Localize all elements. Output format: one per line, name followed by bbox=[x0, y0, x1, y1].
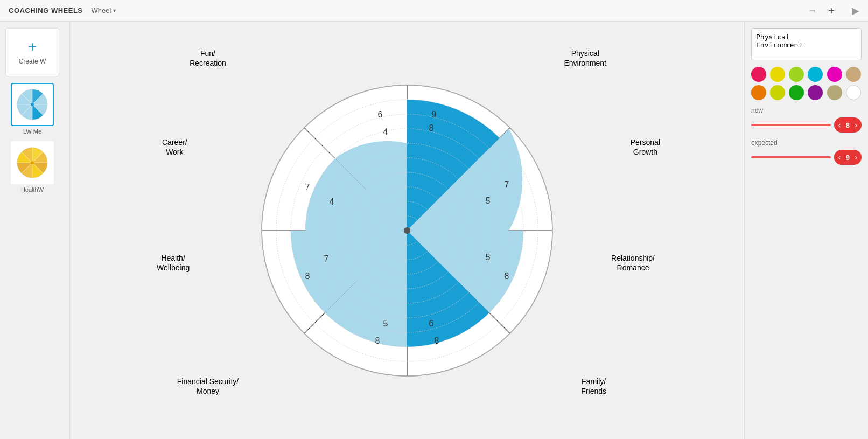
sidebar-item-lw-me[interactable]: LW Me bbox=[5, 83, 59, 135]
segment-7-now-value: 6 bbox=[378, 110, 383, 119]
segment-name-input[interactable]: Physical Environment bbox=[751, 28, 862, 60]
wheel-thumb-health[interactable] bbox=[11, 141, 54, 184]
expected-value: 9 bbox=[844, 154, 851, 162]
color-swatch-lime-yellow[interactable] bbox=[770, 85, 785, 100]
label-relationship: Relationship/Romance bbox=[611, 253, 655, 273]
zoom-in-button[interactable]: + bbox=[828, 5, 835, 16]
expected-slider-row: ‹ 9 › bbox=[751, 150, 862, 165]
segment-2-exp-value: 5 bbox=[486, 253, 491, 262]
color-swatch-yellow-green[interactable] bbox=[789, 67, 804, 82]
label-physical-environment: PhysicalEnvironment bbox=[564, 48, 606, 68]
expected-decrement-button[interactable]: ‹ bbox=[837, 154, 842, 161]
now-slider-track[interactable] bbox=[751, 124, 831, 126]
expected-slider-track[interactable] bbox=[751, 156, 831, 158]
label-personal-growth: PersonalGrowth bbox=[631, 137, 660, 157]
wheel-label-2: HealthW bbox=[21, 186, 44, 193]
color-swatch-tan[interactable] bbox=[846, 67, 861, 82]
now-label: now bbox=[751, 107, 862, 114]
segment-7-exp-value: 4 bbox=[383, 127, 388, 136]
now-increment-button[interactable]: › bbox=[853, 121, 858, 129]
wheel-menu[interactable]: Wheel ▾ bbox=[92, 6, 116, 15]
color-swatch-khaki[interactable] bbox=[827, 85, 842, 100]
right-panel: Physical Environment now ‹ 8 › bbox=[744, 22, 868, 439]
wheel-menu-label: Wheel bbox=[92, 6, 111, 15]
now-value: 8 bbox=[844, 121, 851, 129]
expected-label: expected bbox=[751, 139, 862, 147]
label-financial: Financial Security/Money bbox=[177, 377, 239, 396]
send-button[interactable]: ▶ bbox=[852, 5, 859, 17]
expected-increment-button[interactable]: › bbox=[853, 154, 858, 161]
color-swatch-magenta[interactable] bbox=[827, 67, 842, 82]
sidebar: + Create W bbox=[0, 22, 70, 439]
segment-2-now-value: 8 bbox=[505, 271, 509, 281]
label-health: Health/Wellbeing bbox=[157, 253, 190, 273]
color-swatch-purple[interactable] bbox=[808, 85, 823, 100]
label-career: Career/Work bbox=[162, 137, 187, 157]
segment-3-exp-value: 6 bbox=[429, 319, 434, 328]
segment-4-now-value: 8 bbox=[375, 336, 380, 345]
segment-6-now-value: 7 bbox=[305, 183, 310, 192]
wheel-thumb-lw-me[interactable] bbox=[11, 83, 54, 126]
label-fun: Fun/Recreation bbox=[190, 48, 226, 68]
zoom-controls: − + bbox=[809, 5, 835, 16]
sidebar-item-health[interactable]: HealthW bbox=[5, 141, 59, 193]
create-wheel-button[interactable]: + Create W bbox=[5, 28, 59, 76]
create-label: Create W bbox=[19, 58, 46, 65]
expected-slider-section: expected ‹ 9 › bbox=[751, 139, 862, 165]
coaching-wheel[interactable]: 9 8 7 5 8 5 8 6 8 5 8 7 7 4 6 4 bbox=[256, 80, 558, 381]
wheel-thumbnail-1 bbox=[16, 88, 48, 121]
now-decrement-button[interactable]: ‹ bbox=[837, 121, 842, 129]
label-family-friends: Family/Friends bbox=[581, 377, 606, 396]
svg-point-27 bbox=[404, 227, 410, 234]
segment-0-now-value: 9 bbox=[432, 110, 437, 119]
chevron-down-icon: ▾ bbox=[113, 8, 116, 13]
color-swatch-white[interactable] bbox=[846, 85, 861, 100]
segment-3-now-value: 8 bbox=[435, 336, 439, 345]
segment-0-exp-value: 8 bbox=[429, 123, 434, 133]
segment-5-now-value: 8 bbox=[305, 271, 310, 281]
color-swatch-yellow[interactable] bbox=[770, 67, 785, 82]
color-swatch-hot-pink[interactable] bbox=[751, 67, 766, 82]
segment-4-exp-value: 5 bbox=[383, 319, 388, 328]
color-swatch-cyan[interactable] bbox=[808, 67, 823, 82]
segment-1-exp-value: 5 bbox=[486, 196, 491, 205]
color-swatch-orange[interactable] bbox=[751, 85, 766, 100]
segment-6-exp-value: 4 bbox=[330, 197, 334, 206]
svg-point-11 bbox=[31, 161, 34, 164]
now-stepper[interactable]: ‹ 8 › bbox=[834, 117, 862, 133]
app-title: COACHING WHEELS bbox=[9, 6, 83, 15]
now-slider-section: now ‹ 8 › bbox=[751, 107, 862, 133]
color-palette bbox=[751, 67, 862, 100]
now-slider-row: ‹ 8 › bbox=[751, 117, 862, 133]
segment-1-now-value: 7 bbox=[505, 180, 509, 189]
svg-point-5 bbox=[31, 103, 34, 106]
segment-5-exp-value: 7 bbox=[324, 254, 329, 263]
wheel-thumbnail-2 bbox=[16, 147, 48, 179]
plus-icon: + bbox=[28, 39, 37, 54]
zoom-out-button[interactable]: − bbox=[809, 5, 816, 16]
wheel-label-1: LW Me bbox=[23, 128, 41, 135]
canvas: 9 8 7 5 8 5 8 6 8 5 8 7 7 4 6 4 bbox=[70, 22, 744, 439]
expected-stepper[interactable]: ‹ 9 › bbox=[834, 150, 862, 165]
color-swatch-green[interactable] bbox=[789, 85, 804, 100]
